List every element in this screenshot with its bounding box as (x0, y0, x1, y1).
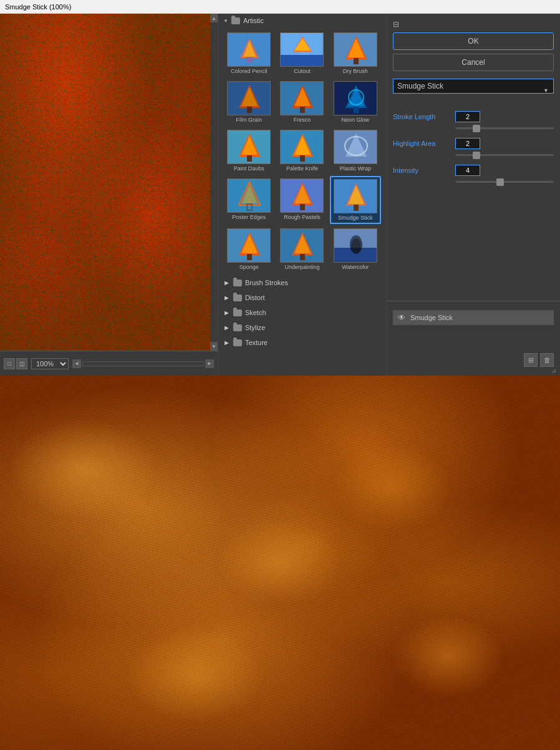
filter-underpainting-label: Underpainting (284, 264, 319, 270)
subcategory-texture[interactable]: ► Texture (218, 335, 386, 350)
filter-neon-glow-label: Neon Glow (342, 117, 370, 123)
filter-fresco[interactable]: Fresco (276, 79, 327, 125)
artistic-arrow: ▼ (223, 18, 228, 24)
stroke-length-input[interactable] (455, 111, 480, 122)
thumb-paint-daubs-img (227, 130, 271, 164)
right-panel: ⊟ OK Cancel Smudge Stick Artistic Brush … (387, 14, 560, 376)
scroll-track-v (211, 22, 217, 342)
filter-colored-pencil[interactable]: Colored Pencil (223, 30, 274, 77)
stroke-length-slider-row (393, 127, 554, 129)
eye-icon[interactable]: 👁 (398, 313, 405, 322)
stroke-length-label: Stroke Length (393, 113, 455, 120)
stroke-length-slider[interactable] (455, 127, 554, 129)
svg-rect-49 (354, 205, 359, 211)
filter-plastic-wrap-label: Plastic Wrap (340, 165, 371, 172)
filter-film-grain[interactable]: Film Grain (223, 79, 274, 125)
highlight-area-thumb[interactable] (473, 152, 480, 159)
filter-panel: ▼ Artistic Colored Pencil (218, 14, 387, 376)
filter-palette-knife-label: Palette Knife (286, 165, 318, 172)
new-layer-button[interactable]: ⊞ (524, 353, 538, 367)
filter-palette-knife[interactable]: Palette Knife (276, 127, 327, 174)
filter-sponge[interactable]: Sponge (223, 226, 274, 273)
intensity-label: Intensity (393, 167, 455, 174)
filter-smudge-stick-label: Smudge Stick (338, 215, 373, 221)
sketch-label: Sketch (245, 309, 266, 316)
highlight-area-input[interactable] (455, 138, 480, 149)
thumb-cutout-img (280, 32, 324, 67)
stylize-label: Stylize (245, 324, 265, 331)
svg-rect-53 (247, 254, 252, 260)
view-icon-1[interactable]: □ (4, 358, 15, 369)
filter-smudge-stick[interactable]: Smudge Stick (330, 176, 381, 224)
scroll-up-arrow[interactable]: ▲ (210, 14, 218, 22)
cancel-button[interactable]: Cancel (393, 54, 554, 71)
thumb-dry-brush-img (334, 32, 377, 67)
layer-name-label: Smudge Stick (410, 314, 549, 321)
texture-arrow: ► (223, 339, 230, 346)
svg-rect-29 (247, 155, 252, 162)
intensity-slider[interactable] (455, 181, 554, 183)
filter-rough-pastels-label: Rough Pastels (284, 214, 321, 220)
collapse-panel-button[interactable]: ⊟ (393, 20, 399, 29)
thumb-neon-glow-img (334, 81, 377, 115)
filter-dropdown-wrapper: Smudge Stick Artistic Brush Strokes Dist… (393, 79, 554, 102)
subcategory-brush-strokes[interactable]: ► Brush Strokes (218, 275, 386, 290)
category-artistic[interactable]: ▼ Artistic (218, 14, 386, 27)
filter-paint-daubs[interactable]: Paint Daubs (223, 127, 274, 174)
right-controls: ⊟ OK Cancel Smudge Stick Artistic Brush … (387, 14, 560, 301)
filter-rough-pastels[interactable]: Rough Pastels (276, 176, 327, 224)
sketch-arrow: ► (223, 309, 230, 316)
stroke-length-thumb[interactable] (473, 125, 480, 132)
filter-watercolor-label: Watercolor (342, 264, 369, 270)
svg-rect-24 (354, 107, 359, 113)
thumb-plastic-wrap-img (334, 130, 377, 164)
resize-area: ⊿ (387, 369, 560, 376)
filter-cutout[interactable]: Cutout (276, 30, 327, 77)
scroll-right-arrow[interactable]: ► (205, 359, 214, 368)
subcategory-distort[interactable]: ► Distort (218, 290, 386, 305)
thumb-underpainting-img (280, 228, 324, 263)
resize-handle[interactable]: ⊿ (551, 367, 559, 374)
intensity-input[interactable] (455, 165, 480, 176)
highlight-area-slider[interactable] (455, 154, 554, 156)
subcategory-stylize[interactable]: ► Stylize (218, 320, 386, 335)
filter-plastic-wrap[interactable]: Plastic Wrap (330, 127, 381, 174)
svg-rect-3 (246, 57, 253, 62)
filter-watercolor[interactable]: Watercolor (330, 226, 381, 273)
highlight-area-slider-row (393, 154, 554, 156)
distort-label: Distort (245, 294, 265, 301)
intensity-thumb[interactable] (496, 178, 504, 186)
artistic-folder-icon (231, 17, 240, 24)
filter-neon-glow[interactable]: Neon Glow (330, 79, 381, 125)
view-icons: □ ◫ (4, 358, 27, 369)
scroll-left-arrow[interactable]: ◄ (72, 359, 81, 368)
title-bar: Smudge Stick (100%) (0, 0, 560, 14)
scroll-track-h (82, 361, 204, 366)
stroke-length-row: Stroke Length (393, 111, 554, 122)
delete-layer-button[interactable]: 🗑 (540, 353, 554, 367)
filter-dry-brush[interactable]: Dry Brush (330, 30, 381, 77)
thumb-film-grain-img (227, 81, 271, 115)
stylize-arrow: ► (223, 324, 230, 331)
filter-underpainting[interactable]: Underpainting (276, 226, 327, 273)
sketch-folder-icon (233, 309, 242, 316)
view-icon-2[interactable]: ◫ (16, 358, 27, 369)
canvas-texture (0, 14, 218, 351)
filter-grid: Colored Pencil Cutout (218, 27, 386, 275)
filter-paint-daubs-label: Paint Daubs (234, 165, 264, 172)
title-text: Smudge Stick (100%) (5, 3, 71, 11)
scroll-down-arrow[interactable]: ▼ (210, 342, 218, 351)
preview-scrollbar-v: ▲ ▼ (210, 14, 218, 351)
svg-rect-20 (300, 107, 305, 113)
texture-folder-icon (233, 339, 242, 346)
ok-button[interactable]: OK (393, 32, 554, 50)
filter-colored-pencil-label: Colored Pencil (231, 68, 268, 74)
filter-poster-edges[interactable]: Poster Edges (223, 176, 274, 224)
distort-arrow: ► (223, 294, 230, 301)
zoom-select[interactable]: 100% 50% 200% (31, 358, 69, 369)
subcategory-sketch[interactable]: ► Sketch (218, 305, 386, 320)
filter-type-select[interactable]: Smudge Stick Artistic Brush Strokes Dist… (393, 79, 554, 94)
bottom-preview-panel (0, 376, 560, 750)
thumb-watercolor-img (334, 228, 377, 263)
thumb-poster-edges-img (227, 178, 271, 213)
